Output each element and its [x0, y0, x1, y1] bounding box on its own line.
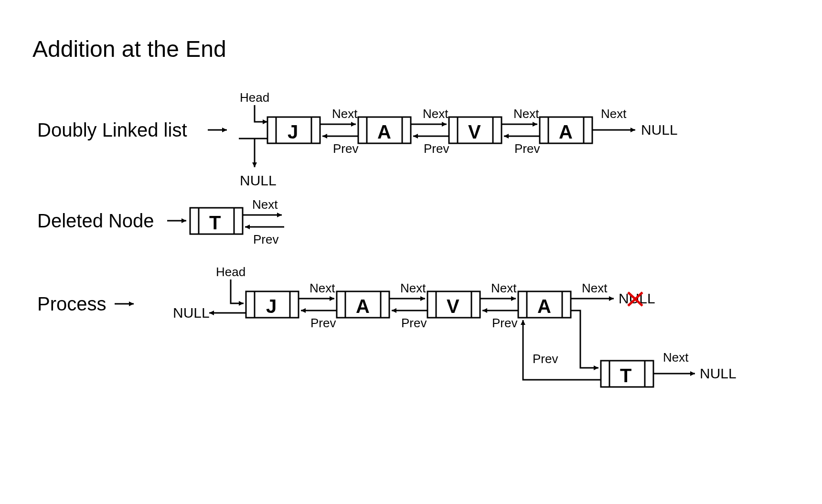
head-label: Head: [240, 90, 269, 105]
prev-label: Prev: [333, 141, 358, 156]
node-value: J: [266, 296, 277, 317]
null-label: NULL: [641, 122, 678, 138]
node-v: V: [449, 117, 502, 143]
next-label: Next: [310, 281, 335, 295]
prev-label: Prev: [253, 232, 278, 247]
new-next-connector: [571, 311, 598, 368]
node-j: J: [267, 117, 320, 143]
node-value: V: [447, 296, 459, 317]
null-label: NULL: [240, 172, 277, 188]
section-label-list: Doubly Linked list: [37, 119, 187, 140]
prev-label: Prev: [424, 141, 449, 156]
node-value: A: [559, 121, 573, 142]
null-label: NULL: [700, 365, 737, 381]
next-label: Next: [601, 107, 627, 121]
node-value: J: [288, 121, 298, 142]
new-prev-connector: [523, 320, 602, 380]
node-j-p: J: [246, 291, 299, 318]
next-label: Next: [491, 281, 517, 295]
prev-label: Prev: [401, 316, 427, 330]
next-label: Next: [252, 197, 278, 212]
null-label: NULL: [173, 305, 210, 321]
head-pointer: [255, 105, 267, 122]
node-t-new: T: [601, 361, 653, 387]
node-a1-p: A: [337, 291, 389, 318]
node-value: T: [209, 212, 221, 233]
node-value: A: [356, 296, 370, 317]
node-value: A: [377, 121, 391, 142]
diagram-title: Addition at the End: [32, 36, 226, 62]
node-value: A: [537, 296, 551, 317]
head-label: Head: [216, 265, 246, 279]
prev-label: Prev: [533, 352, 558, 366]
next-label: Next: [423, 107, 448, 121]
prev-label: Prev: [310, 316, 336, 330]
next-label: Next: [513, 107, 539, 121]
node-a2-p: A: [518, 291, 571, 318]
section-label-process: Process: [37, 293, 107, 314]
next-label: Next: [332, 107, 358, 121]
head-pointer: [231, 279, 244, 303]
node-value: V: [468, 121, 481, 142]
diagram-canvas: Addition at the End Doubly Linked list H…: [0, 0, 822, 504]
node-a2: A: [540, 117, 592, 143]
node-value: T: [620, 365, 631, 386]
next-label: Next: [663, 350, 689, 365]
node-a1: A: [358, 117, 411, 143]
node-t-deleted: T: [190, 208, 243, 234]
next-label: Next: [582, 281, 608, 295]
next-label: Next: [400, 281, 426, 295]
prev-label: Prev: [492, 316, 517, 330]
section-label-deleted: Deleted Node: [37, 210, 154, 231]
prev-label: Prev: [514, 141, 540, 156]
node-v-p: V: [427, 291, 480, 318]
